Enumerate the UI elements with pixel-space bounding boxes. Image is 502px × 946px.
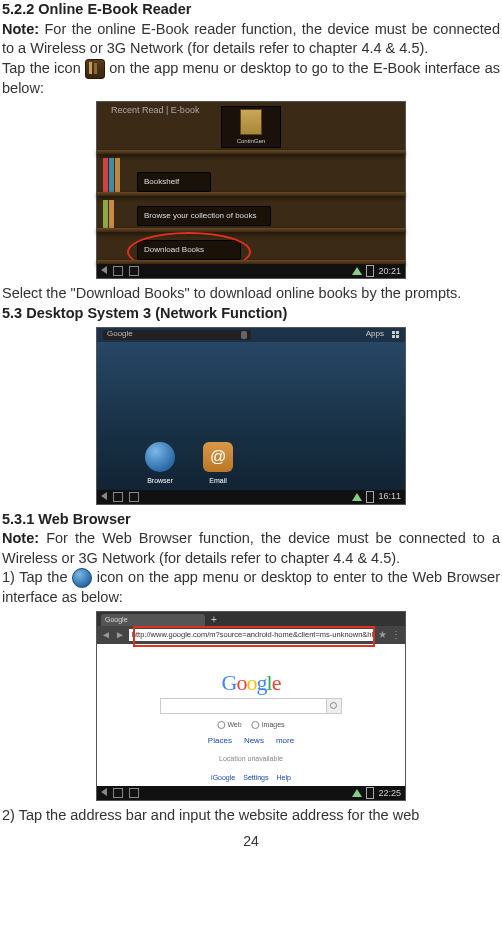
home-icon[interactable]	[113, 492, 123, 502]
browser-inline-icon	[72, 568, 92, 588]
status-bar: 16:11	[97, 490, 405, 504]
shelf-divider	[97, 192, 405, 196]
shelf-books-2	[103, 200, 114, 228]
google-search-box[interactable]	[160, 698, 342, 714]
email-app-icon[interactable]: @	[203, 442, 233, 472]
nav-forward-icon[interactable]: ►	[115, 628, 125, 642]
foot-help-link[interactable]: Help	[277, 773, 291, 782]
nav-back-icon[interactable]: ◄	[101, 628, 111, 642]
after-shot3-text: 2) Tap the address bar and input the web…	[2, 806, 500, 826]
ebook-app-icon	[85, 59, 105, 79]
clock: 20:21	[378, 265, 401, 277]
note-label-1: Note:	[2, 21, 39, 37]
wifi-icon	[352, 267, 362, 275]
back-icon[interactable]	[101, 788, 107, 796]
email-app-label: Email	[198, 476, 238, 485]
tap-icon-pre: Tap the icon	[2, 60, 85, 76]
new-tab-button[interactable]: +	[211, 614, 217, 626]
section-522-title: 5.2.2 Online E-Book Reader	[2, 1, 191, 17]
radio-web[interactable]: Web	[217, 720, 241, 729]
search-type-row: Web Images	[217, 720, 284, 729]
recent-icon[interactable]	[129, 492, 139, 502]
shelf-divider	[97, 150, 405, 154]
wifi-icon	[352, 493, 362, 501]
mic-icon[interactable]	[241, 331, 247, 339]
back-icon[interactable]	[101, 492, 107, 500]
desktop-topbar: Google Apps	[97, 328, 405, 342]
google-footer-links: iGoogle Settings Help	[211, 773, 291, 782]
url-bar-row: ◄ ► http://www.google.com/m?source=andro…	[97, 626, 405, 644]
bookmark-icon[interactable]: ★	[378, 628, 387, 642]
browser-tabbar: Google +	[97, 612, 405, 626]
desktop-screenshot: Google Apps Browser @ Email 16:11	[97, 328, 405, 504]
apps-label: Apps	[366, 329, 384, 340]
home-icon[interactable]	[113, 788, 123, 798]
status-bar: 20:21	[97, 264, 405, 278]
browser-screenshot: Google + ◄ ► http://www.google.com/m?sou…	[97, 612, 405, 800]
google-logo: Google	[222, 668, 281, 698]
ebook-screenshot: Recent Read | E-book ContinGen Bookshelf…	[97, 102, 405, 278]
battery-icon	[366, 491, 374, 503]
search-provider-label: Google	[107, 329, 133, 340]
location-hint: Location unavailable	[219, 754, 283, 763]
note-label-2: Note:	[2, 530, 39, 546]
page-number: 24	[0, 832, 502, 851]
center-label: ContinGen	[237, 137, 266, 145]
status-bar: 22:25	[97, 786, 405, 800]
battery-icon	[366, 787, 374, 799]
clock: 16:11	[378, 490, 401, 502]
nav-places-link[interactable]: Places	[208, 736, 232, 747]
browse-collection-button[interactable]: Browse your collection of books	[137, 206, 271, 226]
browser-tab[interactable]: Google	[101, 614, 205, 626]
back-icon[interactable]	[101, 266, 107, 274]
browser-app-label: Browser	[140, 476, 180, 485]
shelf-books-1	[103, 158, 125, 192]
foot-igoogle-link[interactable]: iGoogle	[211, 773, 235, 782]
section-531-title: 5.3.1 Web Browser	[2, 511, 131, 527]
book-icon	[240, 109, 262, 135]
clock: 22:25	[378, 787, 401, 799]
browser-app-icon[interactable]	[145, 442, 175, 472]
tap-browser-pre: 1) Tap the	[2, 569, 72, 585]
google-search-bar[interactable]: Google	[103, 330, 251, 340]
menu-icon[interactable]: ⋮	[391, 628, 401, 642]
nav-news-link[interactable]: News	[244, 736, 264, 747]
battery-icon	[366, 265, 374, 277]
ebook-topbar: Recent Read | E-book	[111, 104, 199, 116]
foot-settings-link[interactable]: Settings	[243, 773, 268, 782]
google-nav-row: Places News more	[208, 736, 294, 747]
home-icon[interactable]	[113, 266, 123, 276]
recent-icon[interactable]	[129, 266, 139, 276]
section-53-title: 5.3 Desktop System 3 (Network Function)	[2, 305, 287, 321]
recent-icon[interactable]	[129, 788, 139, 798]
url-bar[interactable]: http://www.google.com/m?source=android-h…	[129, 629, 374, 641]
radio-images[interactable]: Images	[252, 720, 285, 729]
wifi-icon	[352, 789, 362, 797]
note-531-text: For the Web Browser function, the device…	[2, 530, 500, 566]
ebook-center-tile: ContinGen	[221, 106, 281, 148]
apps-grid-icon[interactable]	[392, 331, 399, 338]
shelf-divider	[97, 228, 405, 232]
note-522-text: For the online E-Book reader function, t…	[2, 21, 500, 57]
nav-more-link[interactable]: more	[276, 736, 294, 747]
search-icon[interactable]	[326, 699, 341, 713]
bookshelf-button[interactable]: Bookshelf	[137, 172, 211, 192]
after-shot1-text: Select the "Download Books" to download …	[2, 284, 500, 304]
